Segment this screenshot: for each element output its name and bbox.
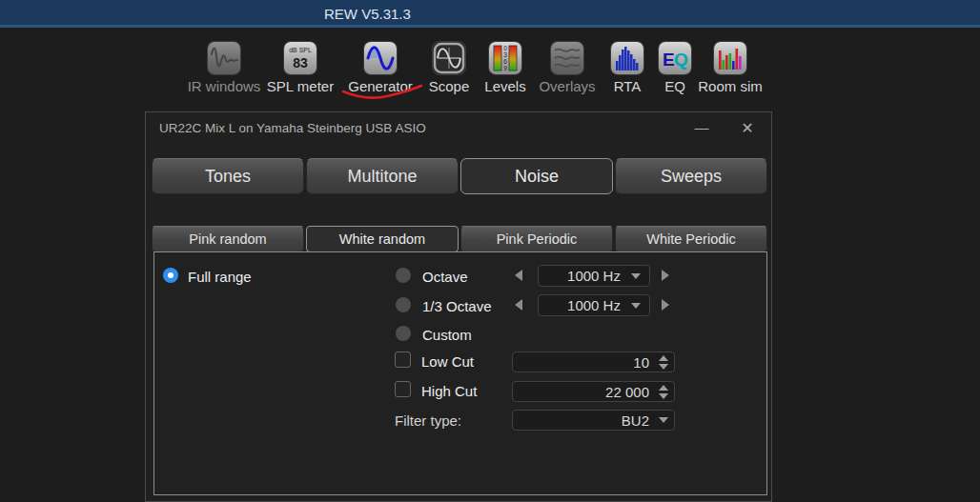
svg-text:6: 6 <box>503 58 507 65</box>
toolbar-label: Levels <box>484 78 525 94</box>
tab-sweeps[interactable]: Sweeps <box>615 158 767 194</box>
chevron-down-icon <box>631 303 641 309</box>
chevron-down-icon <box>659 417 668 423</box>
low-cut-field[interactable]: 10 <box>512 351 675 372</box>
ir-windows-icon <box>208 42 240 74</box>
third-octave-radio[interactable] <box>396 297 411 312</box>
full-range-radio[interactable] <box>163 268 178 283</box>
toolbar-label: Room sim <box>698 78 763 94</box>
overlays-icon <box>551 42 583 74</box>
full-range-label[interactable]: Full range <box>188 269 252 285</box>
noise-subtype-tabs: Pink random White random Pink Periodic W… <box>152 226 767 252</box>
high-cut-field[interactable]: 22 000 <box>512 381 675 402</box>
third-octave-frequency-select[interactable]: 1000 Hz <box>538 294 650 316</box>
octave-next-arrow[interactable] <box>662 270 669 281</box>
svg-text:0: 0 <box>503 45 507 51</box>
filter-type-value: BU2 <box>622 412 649 429</box>
toolbar-label: SPL meter <box>267 78 334 94</box>
tab-multitone[interactable]: Multitone <box>306 158 459 194</box>
subtab-white-random[interactable]: White random <box>306 226 459 252</box>
app-title: REW V5.31.3 <box>324 6 411 22</box>
generator-dialog: UR22C Mix L on Yamaha Steinberg USB ASIO… <box>145 111 772 502</box>
toolbar-item-room-sim[interactable]: Room sim <box>684 42 776 94</box>
spl-icon-caption: dB SPL <box>289 47 312 53</box>
subtab-pink-periodic[interactable]: Pink Periodic <box>460 226 613 252</box>
octave-radio[interactable] <box>396 268 411 283</box>
high-cut-spinner[interactable] <box>659 385 668 399</box>
high-cut-label[interactable]: High Cut <box>421 383 477 399</box>
app-titlebar: REW V5.31.3 <box>0 0 980 28</box>
high-cut-checkbox[interactable] <box>395 381 411 397</box>
low-cut-spinner[interactable] <box>659 355 668 370</box>
close-button[interactable]: ✕ <box>733 118 762 139</box>
subtab-white-periodic[interactable]: White Periodic <box>615 226 767 252</box>
tab-tones[interactable]: Tones <box>152 158 304 194</box>
filter-type-label: Filter type: <box>395 412 461 429</box>
custom-label[interactable]: Custom <box>422 327 472 343</box>
low-cut-value: 10 <box>633 354 649 371</box>
toolbar-item-spl-meter[interactable]: dB SPL 83 SPL meter <box>255 42 346 94</box>
spl-meter-icon: dB SPL 83 <box>284 42 316 74</box>
octave-frequency-value: 1000 Hz <box>567 268 621 284</box>
signal-type-tabs: Tones Multitone Noise Sweeps <box>152 158 767 194</box>
chevron-down-icon <box>631 273 641 279</box>
octave-prev-arrow[interactable] <box>515 270 522 281</box>
spl-icon-value: 83 <box>293 55 308 70</box>
third-octave-next-arrow[interactable] <box>662 299 669 311</box>
octave-label[interactable]: Octave <box>422 269 468 285</box>
low-cut-label[interactable]: Low Cut <box>421 353 474 370</box>
low-cut-checkbox[interactable] <box>395 351 411 368</box>
tab-noise[interactable]: Noise <box>460 158 613 194</box>
third-octave-frequency-value: 1000 Hz <box>567 297 621 313</box>
dialog-title: UR22C Mix L on Yamaha Steinberg USB ASIO <box>159 121 426 135</box>
room-sim-icon <box>714 42 746 74</box>
generator-icon <box>364 42 397 74</box>
minimize-button[interactable]: — <box>687 118 716 139</box>
filter-type-select[interactable]: BU2 <box>512 410 675 431</box>
octave-frequency-select[interactable]: 1000 Hz <box>538 265 650 287</box>
third-octave-prev-arrow[interactable] <box>515 299 522 311</box>
toolbar-label: EQ <box>664 78 685 94</box>
svg-text:3: 3 <box>503 51 507 58</box>
toolbar-label: IR windows <box>188 78 261 94</box>
third-octave-label[interactable]: 1/3 Octave <box>422 298 492 314</box>
high-cut-value: 22 000 <box>605 384 649 400</box>
svg-text:9: 9 <box>503 65 507 71</box>
levels-icon: 0 3 6 9 <box>489 42 521 74</box>
noise-options-panel: Full range Octave 1000 Hz 1/3 Octave 100… <box>153 251 767 495</box>
subtab-pink-random[interactable]: Pink random <box>152 226 304 252</box>
svg-text:E: E <box>663 50 675 70</box>
custom-radio[interactable] <box>396 326 411 341</box>
